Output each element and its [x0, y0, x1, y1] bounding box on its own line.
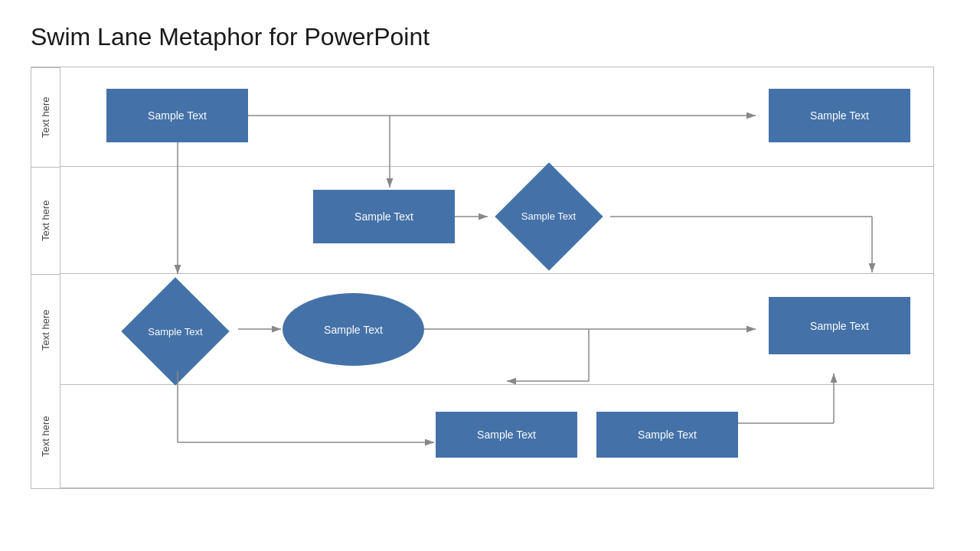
shape-rect2: Sample Text: [769, 89, 910, 142]
shape-ellipse: Sample Text: [283, 293, 424, 366]
shape-rect1: Sample Text: [106, 89, 248, 142]
lane-label-4: Text here: [31, 385, 60, 488]
lane-labels: Text here Text here Text here Text here: [31, 67, 60, 488]
shape-rect4: Sample Text: [769, 297, 910, 354]
shape-diamond2: Sample Text: [114, 289, 237, 373]
diagram: Text here Text here Text here Text here …: [31, 67, 934, 489]
shape-diamond1: Sample Text: [489, 176, 608, 256]
lanes-content: Sample Text Sample Text Sample Text Samp…: [60, 67, 933, 488]
lane-label-1: Text here: [31, 67, 60, 167]
lane-label-3: Text here: [31, 274, 60, 385]
lane-4: Sample Text Sample Text: [60, 385, 933, 488]
shape-rect3: Sample Text: [313, 190, 455, 243]
page-title: Swim Lane Metaphor for PowerPoint: [31, 23, 949, 51]
shape-rect6: Sample Text: [596, 412, 738, 458]
lane-3: Sample Text Sample Text Sample Text: [60, 274, 933, 385]
lane-2: Sample Text Sample Text: [60, 167, 933, 274]
page: Swim Lane Metaphor for PowerPoint Text h…: [0, 0, 980, 504]
lane-label-2: Text here: [31, 167, 60, 274]
lane-1: Sample Text Sample Text: [60, 67, 933, 167]
shape-rect5: Sample Text: [436, 412, 577, 458]
